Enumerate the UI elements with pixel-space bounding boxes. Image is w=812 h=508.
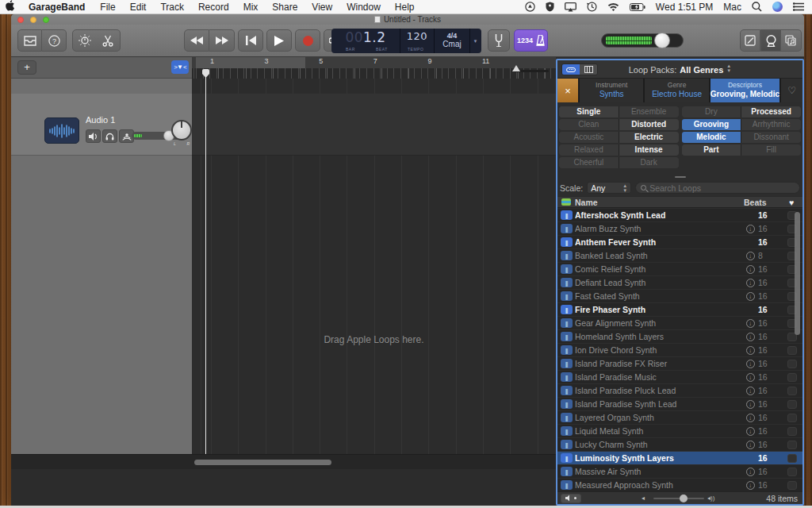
descriptor-button-dissonant[interactable]: Dissonant	[741, 132, 801, 143]
loop-row[interactable]: ||| Comic Relief Synth ↓ 16	[557, 263, 802, 276]
favorite-cell[interactable]	[782, 414, 802, 422]
descriptor-button-relaxed[interactable]: Relaxed	[559, 144, 619, 156]
download-icon[interactable]: ↓	[746, 333, 755, 341]
favorite-checkbox[interactable]	[787, 481, 797, 490]
descriptor-button-melodic[interactable]: Melodic	[682, 132, 741, 143]
download-cell[interactable]: ↓	[742, 265, 758, 274]
quick-help-button[interactable]: ?	[42, 29, 67, 52]
tuner-button[interactable]	[488, 29, 510, 52]
download-cell[interactable]: ↓	[742, 373, 758, 382]
loop-row[interactable]: ||| Massive Air Synth ↓ 16	[557, 465, 802, 479]
favorite-cell[interactable]	[782, 481, 802, 490]
download-icon[interactable]: ↓	[746, 427, 755, 436]
download-icon[interactable]: ↓	[746, 265, 755, 274]
download-cell[interactable]: ↓	[742, 468, 758, 476]
download-icon[interactable]: ↓	[746, 373, 755, 382]
loop-row[interactable]: ||| Fire Phaser Synth ↓ 16	[557, 303, 802, 317]
notification-center-icon[interactable]	[793, 2, 804, 11]
menu-item-share[interactable]: Share	[265, 0, 304, 14]
loop-row[interactable]: ||| Island Paradise FX Riser ↓ 16	[557, 357, 802, 371]
favorite-cell[interactable]	[782, 468, 802, 476]
beats-column-header[interactable]: Beats	[744, 198, 780, 207]
download-cell[interactable]: ↓	[742, 441, 758, 449]
download-cell[interactable]: ↓	[742, 252, 758, 260]
loop-row[interactable]: ||| Homeland Synth Layers ↓ 16	[557, 330, 802, 344]
menu-item-help[interactable]: Help	[388, 0, 422, 14]
track-header-audio1[interactable]: Audio 1 LR	[11, 94, 192, 156]
favorite-checkbox[interactable]	[787, 346, 797, 355]
download-icon[interactable]: ↓	[746, 279, 755, 287]
descriptor-button-dry[interactable]: Dry	[682, 106, 741, 117]
add-track-button[interactable]: +	[17, 60, 36, 75]
column-view-toggle[interactable]	[580, 64, 597, 75]
descriptor-button-cheerful[interactable]: Cheerful	[559, 157, 619, 168]
descriptor-button-single[interactable]: Single	[559, 106, 619, 117]
record-button[interactable]	[295, 29, 320, 52]
button-view-toggle[interactable]	[562, 64, 580, 75]
scale-dropdown[interactable]: Any▲▼	[587, 182, 631, 194]
download-icon[interactable]: ↓	[746, 481, 755, 490]
panel-resize-handle[interactable]	[675, 176, 686, 178]
download-icon[interactable]: ↓	[746, 292, 755, 301]
name-column-header[interactable]: Name	[575, 198, 744, 207]
download-icon[interactable]: ↓	[746, 360, 755, 368]
loop-type-column-icon[interactable]	[557, 198, 575, 206]
pan-knob[interactable]	[171, 120, 192, 140]
loop-list-scrollbar-thumb[interactable]	[795, 212, 800, 335]
favorite-cell[interactable]	[782, 454, 802, 463]
download-cell[interactable]: ↓	[742, 387, 758, 395]
favorite-cell[interactable]	[782, 441, 802, 449]
lcd-mode-chevron-icon[interactable]: ▾	[469, 29, 481, 53]
favorite-cell[interactable]	[782, 360, 802, 368]
descriptor-button-fill[interactable]: Fill	[741, 144, 801, 156]
count-in-metronome-button[interactable]: 1234	[514, 29, 548, 52]
loop-row[interactable]: ||| Luminosity Synth Layers ↓ 16	[557, 452, 802, 465]
loop-row[interactable]: ||| Liquid Metal Synth ↓ 16	[557, 425, 802, 438]
loop-row[interactable]: ||| Island Paradise Music ↓ 16	[557, 371, 802, 384]
favorite-cell[interactable]	[782, 346, 802, 355]
user-menu[interactable]: Mac	[723, 2, 741, 13]
go-to-beginning-button[interactable]	[238, 29, 263, 52]
descriptor-button-ensemble[interactable]: Ensemble	[619, 106, 679, 117]
loop-row[interactable]: ||| Anthem Fever Synth ↓ 16	[557, 236, 802, 249]
lcd-key-signature[interactable]: 4/4 Cmaj	[434, 29, 469, 53]
descriptor-button-processed[interactable]: Processed	[741, 106, 801, 117]
loop-row[interactable]: ||| Fast Gated Synth ↓ 16	[557, 290, 802, 303]
descriptor-button-intense[interactable]: Intense	[619, 144, 679, 156]
preview-volume-thumb[interactable]	[680, 495, 688, 502]
title-bar[interactable]: Untitled - Tracks	[11, 14, 804, 25]
media-browser-button[interactable]	[781, 29, 802, 52]
download-cell[interactable]: ↓	[742, 360, 758, 368]
descriptor-button-arrhythmic[interactable]: Arrhythmic	[741, 119, 801, 130]
download-cell[interactable]: ↓	[742, 292, 758, 301]
menu-item-record[interactable]: Record	[191, 0, 236, 14]
descriptor-button-distorted[interactable]: Distorted	[619, 119, 679, 130]
search-loops-field[interactable]: Search Loops	[635, 182, 800, 194]
loop-row[interactable]: ||| Layered Organ Synth ↓ 16	[557, 411, 802, 425]
solo-headphones-button[interactable]	[102, 129, 117, 143]
loop-row[interactable]: ||| Alarm Buzz Synth ↓ 16	[557, 222, 802, 236]
favorite-checkbox[interactable]	[787, 360, 797, 368]
siri-icon[interactable]	[772, 2, 783, 12]
rotation-lock-icon[interactable]	[525, 2, 535, 12]
download-icon[interactable]: ↓	[746, 441, 755, 449]
lcd-position[interactable]: 001.2 BAR BEAT	[331, 29, 400, 53]
favorite-cell[interactable]	[782, 373, 802, 382]
download-cell[interactable]: ↓	[742, 346, 758, 355]
download-cell[interactable]: ↓	[742, 319, 758, 328]
favorite-checkbox[interactable]	[787, 387, 797, 395]
track-name[interactable]: Audio 1	[86, 115, 115, 125]
download-cell[interactable]: ↓	[742, 279, 758, 287]
fast-forward-button[interactable]	[209, 29, 235, 52]
editors-button[interactable]	[96, 29, 121, 52]
favorite-checkbox[interactable]	[787, 468, 797, 476]
descriptor-button-dark[interactable]: Dark	[619, 157, 679, 168]
loop-row[interactable]: ||| Island Paradise Synth Lead ↓ 16	[557, 398, 802, 411]
download-icon[interactable]: ↓	[746, 319, 755, 328]
horizontal-scrollbar-thumb[interactable]	[194, 460, 331, 465]
shield-icon[interactable]	[546, 2, 554, 12]
descriptor-button-electric[interactable]: Electric	[619, 132, 679, 143]
filter-tab-instrument[interactable]: Instrument Synths	[580, 79, 643, 102]
lcd-display[interactable]: 001.2 BAR BEAT 120 TEMPO 4/4 Cmaj ▾	[331, 29, 481, 53]
download-cell[interactable]: ↓	[742, 400, 758, 409]
